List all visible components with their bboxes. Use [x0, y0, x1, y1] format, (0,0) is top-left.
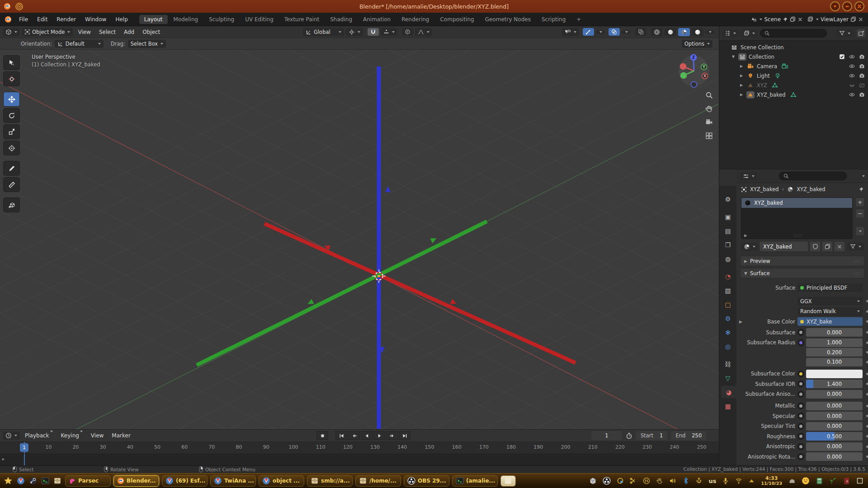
eye-toggle[interactable] — [849, 92, 855, 98]
workspace-tab-rendering[interactable]: Rendering — [396, 15, 434, 24]
value-field[interactable]: Principled BSDF — [797, 283, 863, 292]
tab-object-icon[interactable]: ▢ — [721, 298, 735, 310]
workspace-tab-layout[interactable]: Layout — [139, 15, 168, 24]
tab-scene-icon[interactable]: ◍ — [721, 253, 735, 265]
taskbar-clock[interactable]: 4:3311/10/23 — [761, 476, 782, 486]
world-x-axis-line[interactable] — [0, 82, 719, 429]
outliner-row-xyz[interactable]: ▶XYZ — [719, 80, 868, 90]
eye-toggle[interactable] — [849, 73, 855, 79]
task-button-blender-[interactable]: Blender... — [113, 475, 159, 487]
outliner-item-label[interactable]: XYZ_baked — [757, 92, 786, 98]
gizmo-dropdown[interactable] — [596, 30, 605, 34]
expand-arrow[interactable]: ▶ — [740, 74, 746, 78]
render-camera-toggle[interactable] — [859, 92, 865, 98]
value-field[interactable]: 1.000 — [806, 338, 863, 347]
animate-decorator-dot[interactable] — [866, 446, 868, 448]
jump-to-start-button[interactable] — [335, 431, 347, 440]
animate-decorator-dot[interactable] — [866, 435, 868, 437]
workspace-tab-shading[interactable]: Shading — [325, 15, 357, 24]
animate-decorator-dot[interactable] — [866, 373, 868, 375]
task-button--69-esf-[interactable]: (69) Esf... — [162, 475, 208, 487]
unlink-material-button[interactable] — [834, 242, 844, 251]
animate-decorator-dot[interactable] — [866, 351, 868, 353]
expand-arrow[interactable]: ▶ — [740, 93, 746, 97]
frame-start-field[interactable]: Start 1 — [636, 431, 667, 440]
tray-keyboard-layout-icon[interactable]: us — [708, 478, 716, 484]
options-button[interactable]: Options — [682, 40, 712, 48]
texture-socket-button[interactable] — [797, 403, 804, 409]
outliner-row-scene-collection[interactable]: Scene Collection — [719, 42, 868, 52]
menu-edit[interactable]: Edit — [33, 13, 52, 26]
fake-user-shield-button[interactable] — [810, 242, 820, 251]
material-slot-specials-button[interactable] — [855, 226, 865, 236]
remove-material-slot-button[interactable]: − — [855, 209, 865, 218]
current-frame-field[interactable]: 1 — [591, 431, 622, 440]
value-field[interactable]: 1.400 — [806, 380, 863, 388]
animate-decorator-dot[interactable] — [866, 425, 868, 427]
outliner-item-label[interactable]: Light — [757, 73, 770, 79]
gizmo-axis-ball[interactable] — [680, 64, 686, 70]
animate-decorator-dot[interactable] — [866, 300, 868, 302]
expand-input-icon[interactable]: ▶ — [739, 319, 745, 324]
animate-decorator-dot[interactable] — [866, 383, 868, 385]
checkbox-toggle[interactable] — [839, 54, 845, 60]
new-material-copy-button[interactable] — [822, 242, 832, 251]
tool-move-button[interactable] — [3, 92, 20, 107]
enum-dropdown[interactable]: Random Walk — [797, 307, 863, 316]
launcher-vivaldi-icon[interactable] — [17, 477, 25, 485]
material-specials-button[interactable] — [847, 243, 864, 250]
timeline-ruler[interactable]: 1 10203040506070809010011012013014015016… — [0, 442, 719, 454]
outliner-item-label[interactable]: XYZ — [757, 82, 767, 89]
tray-status-dot-icon[interactable] — [617, 477, 624, 484]
expand-arrow[interactable]: ▼ — [732, 55, 738, 59]
tray-plant-icon[interactable] — [829, 477, 837, 485]
animate-decorator-dot[interactable] — [866, 342, 868, 344]
texture-socket-button[interactable] — [797, 433, 804, 440]
texture-socket-button[interactable] — [797, 453, 804, 460]
tray-scissors-icon[interactable] — [630, 477, 637, 484]
texture-socket-button[interactable] — [797, 329, 804, 336]
tab-tool-icon[interactable]: ⚙ — [721, 193, 735, 205]
timeline-menu-playback[interactable]: Playback — [21, 432, 57, 439]
texture-socket-button[interactable] — [797, 380, 804, 387]
drag-mode-dropdown[interactable]: Select Box — [128, 40, 166, 48]
launcher-menu-star-icon[interactable] — [4, 476, 13, 485]
task-button-obs-29-[interactable]: OBS 29... — [404, 475, 449, 487]
eye-toggle[interactable] — [849, 63, 855, 69]
unlink-scene-icon[interactable] — [797, 17, 803, 22]
outliner-item-label[interactable]: Scene Collection — [741, 44, 784, 51]
value-field[interactable]: 0.200 — [806, 348, 863, 357]
timeline-editor-type-button[interactable] — [3, 432, 20, 440]
material-name-field[interactable]: XYZ_baked — [760, 242, 808, 251]
render-camera-off-toggle[interactable] — [859, 82, 865, 88]
render-camera-toggle[interactable] — [859, 63, 865, 69]
tab-output-icon[interactable]: ▤ — [721, 225, 735, 237]
tray-hand-icon[interactable] — [656, 477, 663, 484]
task-button-smb-a-[interactable]: smb://a... — [307, 475, 353, 487]
object-visibility-dropdown[interactable] — [562, 28, 579, 36]
value-field[interactable]: 0.000 — [806, 422, 863, 431]
task-button-parsec[interactable]: Parsec — [65, 475, 111, 487]
expand-arrow[interactable]: ▶ — [740, 83, 746, 87]
gizmo-axis-ball[interactable] — [691, 82, 697, 88]
tab-render-icon[interactable]: ▣ — [721, 211, 735, 223]
task-button-object-[interactable]: object ... — [259, 475, 304, 487]
tray-caret-up-icon[interactable] — [748, 478, 755, 484]
tray-dictionary-icon[interactable]: a — [843, 477, 850, 485]
proportional-falloff-dropdown[interactable] — [415, 28, 432, 36]
tray-rock-icon[interactable] — [788, 477, 796, 485]
tab-constraints-icon[interactable]: ⛓ — [721, 358, 735, 370]
remove-view-layer-icon[interactable] — [858, 17, 863, 22]
new-scene-icon[interactable] — [790, 16, 796, 22]
shade-window-button[interactable] — [830, 1, 840, 11]
shading-solid-button[interactable] — [665, 28, 676, 36]
tab-material-icon[interactable]: ◕ — [721, 386, 736, 398]
slot-expand-arrow[interactable]: ▶ — [744, 233, 747, 238]
tool-add-cube-button[interactable] — [3, 197, 20, 212]
timeline-menu-view[interactable]: View — [87, 432, 108, 439]
y-axis-object[interactable] — [197, 221, 487, 365]
outliner-row-collection[interactable]: ▼Collection — [719, 52, 868, 61]
value-field[interactable]: 0.100 — [806, 358, 863, 366]
animate-decorator-dot[interactable] — [866, 415, 868, 417]
menu-window[interactable]: Window — [80, 13, 111, 26]
